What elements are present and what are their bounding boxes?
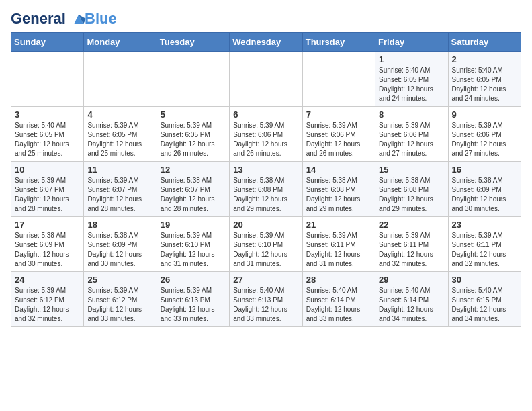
day-number: 12 — [161, 165, 226, 175]
cell-info: Sunrise: 5:40 AM Sunset: 6:05 PM Dayligh… — [452, 66, 517, 103]
calendar-cell: 16Sunrise: 5:38 AM Sunset: 6:09 PM Dayli… — [448, 162, 521, 217]
calendar-cell: 20Sunrise: 5:39 AM Sunset: 6:10 PM Dayli… — [230, 217, 302, 272]
cell-info: Sunrise: 5:40 AM Sunset: 6:14 PM Dayligh… — [306, 286, 371, 324]
cell-info: Sunrise: 5:39 AM Sunset: 6:12 PM Dayligh… — [15, 286, 80, 324]
day-number: 1 — [379, 54, 444, 64]
calendar-cell: 30Sunrise: 5:40 AM Sunset: 6:15 PM Dayli… — [448, 272, 521, 327]
cell-info: Sunrise: 5:39 AM Sunset: 6:06 PM Dayligh… — [306, 121, 371, 158]
day-number: 17 — [15, 220, 80, 230]
day-number: 21 — [306, 220, 371, 230]
calendar-cell: 1Sunrise: 5:40 AM Sunset: 6:05 PM Daylig… — [375, 52, 448, 107]
logo-general: General — [11, 10, 66, 27]
day-number: 30 — [452, 275, 517, 285]
day-number: 25 — [87, 275, 152, 285]
calendar-cell: 12Sunrise: 5:38 AM Sunset: 6:07 PM Dayli… — [157, 162, 229, 217]
calendar-cell: 8Sunrise: 5:39 AM Sunset: 6:06 PM Daylig… — [375, 107, 448, 162]
cell-info: Sunrise: 5:40 AM Sunset: 6:15 PM Dayligh… — [452, 286, 517, 324]
calendar-cell — [157, 52, 229, 107]
logo: General Blue — [11, 11, 117, 27]
calendar-cell: 27Sunrise: 5:40 AM Sunset: 6:13 PM Dayli… — [230, 272, 302, 327]
cell-info: Sunrise: 5:38 AM Sunset: 6:08 PM Dayligh… — [306, 176, 371, 214]
calendar-cell: 5Sunrise: 5:39 AM Sunset: 6:05 PM Daylig… — [157, 107, 229, 162]
day-number: 16 — [452, 165, 517, 175]
cell-info: Sunrise: 5:39 AM Sunset: 6:07 PM Dayligh… — [87, 176, 152, 214]
day-number: 9 — [452, 109, 517, 120]
cell-info: Sunrise: 5:39 AM Sunset: 6:06 PM Dayligh… — [379, 121, 444, 158]
calendar-cell: 19Sunrise: 5:39 AM Sunset: 6:10 PM Dayli… — [157, 217, 229, 272]
calendar-cell — [84, 52, 157, 107]
weekday-header-tuesday: Tuesday — [157, 33, 229, 52]
calendar-cell: 25Sunrise: 5:39 AM Sunset: 6:12 PM Dayli… — [84, 272, 157, 327]
day-number: 23 — [452, 220, 517, 230]
day-number: 19 — [161, 220, 226, 230]
calendar-cell: 15Sunrise: 5:38 AM Sunset: 6:08 PM Dayli… — [375, 162, 448, 217]
cell-info: Sunrise: 5:39 AM Sunset: 6:11 PM Dayligh… — [452, 231, 517, 269]
cell-info: Sunrise: 5:38 AM Sunset: 6:09 PM Dayligh… — [87, 231, 152, 269]
cell-info: Sunrise: 5:40 AM Sunset: 6:14 PM Dayligh… — [379, 286, 444, 324]
logo-blue: Blue — [85, 10, 117, 27]
cell-info: Sunrise: 5:39 AM Sunset: 6:05 PM Dayligh… — [87, 121, 152, 158]
logo-icon — [71, 12, 86, 27]
day-number: 18 — [87, 220, 152, 230]
day-number: 8 — [379, 109, 444, 120]
calendar-cell: 18Sunrise: 5:38 AM Sunset: 6:09 PM Dayli… — [84, 217, 157, 272]
day-number: 14 — [306, 165, 371, 175]
calendar-cell: 17Sunrise: 5:38 AM Sunset: 6:09 PM Dayli… — [11, 217, 84, 272]
calendar-cell: 26Sunrise: 5:39 AM Sunset: 6:13 PM Dayli… — [157, 272, 229, 327]
day-number: 10 — [15, 165, 80, 175]
cell-info: Sunrise: 5:38 AM Sunset: 6:07 PM Dayligh… — [161, 176, 226, 214]
cell-info: Sunrise: 5:39 AM Sunset: 6:05 PM Dayligh… — [161, 121, 226, 158]
cell-info: Sunrise: 5:40 AM Sunset: 6:05 PM Dayligh… — [379, 66, 444, 103]
day-number: 29 — [379, 275, 444, 285]
calendar-cell: 9Sunrise: 5:39 AM Sunset: 6:06 PM Daylig… — [448, 107, 521, 162]
weekday-header-sunday: Sunday — [11, 33, 84, 52]
calendar-cell: 23Sunrise: 5:39 AM Sunset: 6:11 PM Dayli… — [448, 217, 521, 272]
weekday-header-saturday: Saturday — [448, 33, 521, 52]
cell-info: Sunrise: 5:38 AM Sunset: 6:09 PM Dayligh… — [15, 231, 80, 269]
cell-info: Sunrise: 5:39 AM Sunset: 6:11 PM Dayligh… — [379, 231, 444, 269]
calendar-cell: 3Sunrise: 5:40 AM Sunset: 6:05 PM Daylig… — [11, 107, 84, 162]
calendar-cell: 4Sunrise: 5:39 AM Sunset: 6:05 PM Daylig… — [84, 107, 157, 162]
calendar-cell: 22Sunrise: 5:39 AM Sunset: 6:11 PM Dayli… — [375, 217, 448, 272]
calendar-cell: 2Sunrise: 5:40 AM Sunset: 6:05 PM Daylig… — [448, 52, 521, 107]
calendar-cell — [230, 52, 302, 107]
cell-info: Sunrise: 5:40 AM Sunset: 6:13 PM Dayligh… — [233, 286, 298, 324]
calendar-cell: 13Sunrise: 5:38 AM Sunset: 6:08 PM Dayli… — [230, 162, 302, 217]
calendar-cell — [11, 52, 84, 107]
calendar-cell: 21Sunrise: 5:39 AM Sunset: 6:11 PM Dayli… — [302, 217, 375, 272]
cell-info: Sunrise: 5:39 AM Sunset: 6:07 PM Dayligh… — [15, 176, 80, 214]
cell-info: Sunrise: 5:39 AM Sunset: 6:06 PM Dayligh… — [233, 121, 298, 158]
day-number: 13 — [233, 165, 298, 175]
cell-info: Sunrise: 5:38 AM Sunset: 6:09 PM Dayligh… — [452, 176, 517, 214]
cell-info: Sunrise: 5:39 AM Sunset: 6:12 PM Dayligh… — [87, 286, 152, 324]
day-number: 6 — [233, 109, 298, 120]
weekday-header-wednesday: Wednesday — [230, 33, 302, 52]
cell-info: Sunrise: 5:38 AM Sunset: 6:08 PM Dayligh… — [379, 176, 444, 214]
day-number: 2 — [452, 54, 517, 64]
day-number: 24 — [15, 275, 80, 285]
day-number: 28 — [306, 275, 371, 285]
calendar-cell: 7Sunrise: 5:39 AM Sunset: 6:06 PM Daylig… — [302, 107, 375, 162]
calendar-cell: 10Sunrise: 5:39 AM Sunset: 6:07 PM Dayli… — [11, 162, 84, 217]
day-number: 5 — [161, 109, 226, 120]
cell-info: Sunrise: 5:39 AM Sunset: 6:11 PM Dayligh… — [306, 231, 371, 269]
calendar-cell: 6Sunrise: 5:39 AM Sunset: 6:06 PM Daylig… — [230, 107, 302, 162]
cell-info: Sunrise: 5:40 AM Sunset: 6:05 PM Dayligh… — [15, 121, 80, 158]
day-number: 7 — [306, 109, 371, 120]
day-number: 22 — [379, 220, 444, 230]
cell-info: Sunrise: 5:38 AM Sunset: 6:08 PM Dayligh… — [233, 176, 298, 214]
calendar-cell: 11Sunrise: 5:39 AM Sunset: 6:07 PM Dayli… — [84, 162, 157, 217]
weekday-header-friday: Friday — [375, 33, 448, 52]
calendar-cell: 29Sunrise: 5:40 AM Sunset: 6:14 PM Dayli… — [375, 272, 448, 327]
cell-info: Sunrise: 5:39 AM Sunset: 6:13 PM Dayligh… — [161, 286, 226, 324]
day-number: 4 — [87, 109, 152, 120]
calendar-cell: 14Sunrise: 5:38 AM Sunset: 6:08 PM Dayli… — [302, 162, 375, 217]
calendar-table: SundayMondayTuesdayWednesdayThursdayFrid… — [11, 32, 521, 327]
day-number: 11 — [87, 165, 152, 175]
page-header: General Blue — [11, 11, 521, 27]
day-number: 27 — [233, 275, 298, 285]
cell-info: Sunrise: 5:39 AM Sunset: 6:10 PM Dayligh… — [161, 231, 226, 269]
day-number: 26 — [161, 275, 226, 285]
weekday-header-thursday: Thursday — [302, 33, 375, 52]
day-number: 20 — [233, 220, 298, 230]
